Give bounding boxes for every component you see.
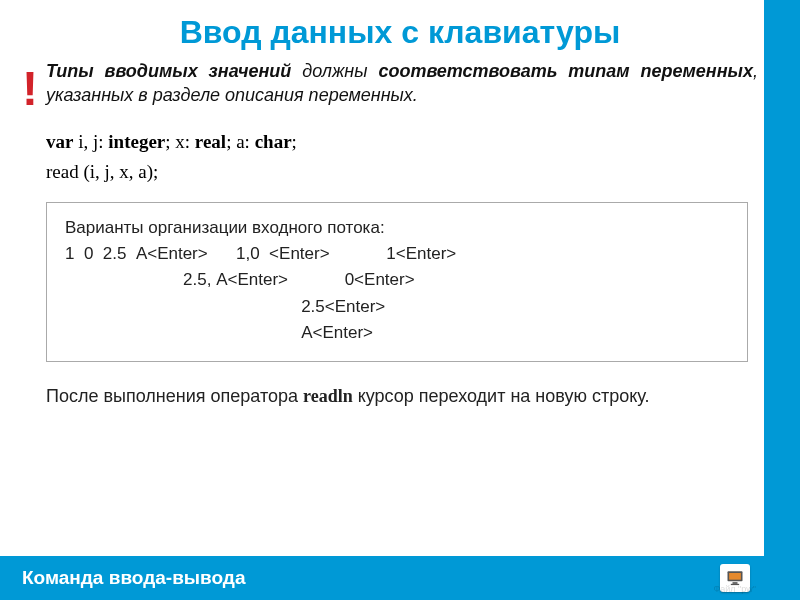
example-box: Варианты организации входного потока: 1 … [46,202,748,362]
box-caption: Варианты организации входного потока: [65,215,729,241]
code-seg: i, j: [73,131,108,152]
emphasis-bold-2: соответствовать типам переменных [378,61,753,81]
box-row: 1 0 2.5 А<Enter> 1,0 <Enter> 1<Enter> [65,241,729,267]
code-block: var i, j: integer; x: real; a: сhar; rea… [0,113,800,198]
footer-label: Команда ввода-вывода [22,567,245,589]
watermark: Файл "pw" [713,584,756,594]
code-line-1: var i, j: integer; x: real; a: сhar; [46,127,754,157]
after-t1: После выполнения оператора [46,386,303,406]
exclamation-icon: ! [22,65,38,113]
kw-char: сhar [255,131,292,152]
footer-bar: Команда ввода-вывода [0,556,764,600]
after-t2: курсор переходит на новую строку. [353,386,650,406]
operator-readln: readln [303,386,353,406]
code-seg: ; x: [165,131,195,152]
kw-var: var [46,131,73,152]
svg-rect-1 [729,573,741,580]
code-seg: ; a: [226,131,255,152]
box-row: 2.5, А<Enter> 0<Enter> [65,267,729,293]
box-row: А<Enter> [65,320,729,346]
emphasis-block: ! Типы вводимых значений должны соответс… [0,59,800,113]
page-title: Ввод данных с клавиатуры [0,0,800,59]
box-row: 2.5<Enter> [65,294,729,320]
emphasis-bold-1: Типы вводимых значений [46,61,291,81]
code-line-2: read (i, j, x, a); [46,157,754,187]
kw-real: real [195,131,226,152]
emphasis-text: Типы вводимых значений должны соответств… [46,59,758,108]
accent-bar [764,0,800,600]
kw-integer: integer [108,131,165,152]
code-seg: ; [292,131,297,152]
after-note: После выполнения оператора readln курсор… [0,362,800,409]
emphasis-span-1: должны [291,61,378,81]
